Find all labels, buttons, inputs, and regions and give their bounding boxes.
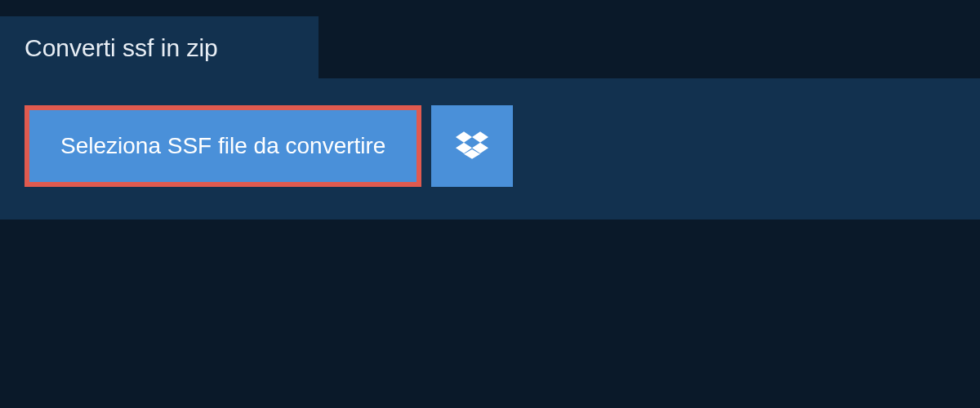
dropbox-button[interactable] xyxy=(431,105,513,187)
dropbox-icon xyxy=(456,129,488,164)
select-file-button[interactable]: Seleziona SSF file da convertire xyxy=(24,105,421,187)
tab-title: Converti ssf in zip xyxy=(24,34,218,61)
tab-bar: Converti ssf in zip xyxy=(0,16,318,80)
tab-convert-ssf-zip[interactable]: Converti ssf in zip xyxy=(0,16,318,80)
select-file-label: Seleziona SSF file da convertire xyxy=(60,133,385,159)
button-row: Seleziona SSF file da convertire xyxy=(24,105,956,187)
converter-panel: Seleziona SSF file da convertire xyxy=(0,78,980,220)
